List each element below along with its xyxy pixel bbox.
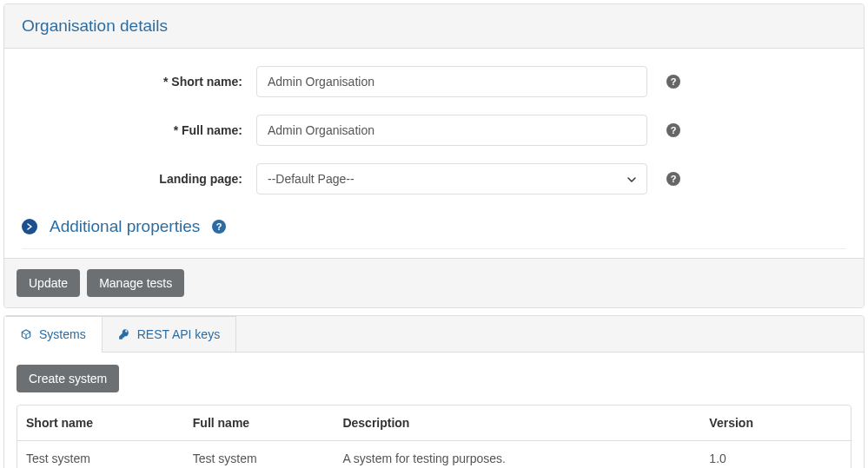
full-name-input[interactable] (256, 115, 647, 146)
page-title: Organisation details (22, 16, 846, 36)
table-header-row: Short name Full name Description Version (17, 405, 851, 441)
tabs-panel: Systems REST API keys Create system Shor… (3, 315, 865, 468)
update-button[interactable]: Update (17, 269, 80, 297)
col-short-name: Short name (17, 405, 184, 441)
form-row-full-name: * Full name: ? (22, 115, 846, 146)
help-icon[interactable]: ? (666, 172, 680, 186)
tab-rest-api-label: REST API keys (137, 327, 220, 341)
tabs-body: Create system Short name Full name Descr… (4, 353, 864, 468)
cell-short-name: Test system (17, 441, 184, 468)
cell-version: 1.0 (700, 441, 851, 468)
form-row-landing-page: Landing page: --Default Page-- ? (22, 163, 846, 194)
tabs-header: Systems REST API keys (4, 316, 864, 353)
create-system-button[interactable]: Create system (17, 365, 119, 392)
table-row[interactable]: Test system Test system A system for tes… (17, 441, 851, 468)
organisation-details-panel: Organisation details * Short name: ? * F… (3, 3, 865, 308)
short-name-label: * Short name: (22, 75, 256, 89)
col-version: Version (700, 405, 851, 441)
landing-page-select-wrap: --Default Page-- (256, 163, 647, 194)
landing-page-select[interactable]: --Default Page-- (256, 163, 647, 194)
panel-header: Organisation details (4, 4, 864, 49)
cube-icon (20, 328, 32, 340)
panel-body: * Short name: ? * Full name: ? Landing p… (4, 49, 864, 258)
help-icon[interactable]: ? (666, 123, 680, 137)
help-icon[interactable]: ? (666, 75, 680, 89)
col-full-name: Full name (184, 405, 335, 441)
additional-properties-toggle[interactable]: Additional properties ? (22, 212, 846, 249)
help-icon[interactable]: ? (212, 220, 226, 234)
form-row-short-name: * Short name: ? (22, 66, 846, 97)
full-name-label: * Full name: (22, 123, 256, 137)
cell-full-name: Test system (184, 441, 335, 468)
systems-table: Short name Full name Description Version… (17, 405, 851, 468)
short-name-input[interactable] (256, 66, 647, 97)
additional-properties-title: Additional properties (50, 217, 200, 236)
col-description: Description (334, 405, 700, 441)
panel-footer: Update Manage tests (4, 258, 864, 307)
tab-systems-label: Systems (39, 327, 86, 341)
tab-systems[interactable]: Systems (4, 316, 103, 352)
chevron-right-icon (22, 219, 37, 234)
tab-rest-api-keys[interactable]: REST API keys (103, 316, 236, 352)
manage-tests-button[interactable]: Manage tests (87, 269, 184, 297)
key-icon (118, 328, 130, 340)
cell-description: A system for testing purposes. (334, 441, 700, 468)
landing-page-label: Landing page: (22, 172, 256, 186)
